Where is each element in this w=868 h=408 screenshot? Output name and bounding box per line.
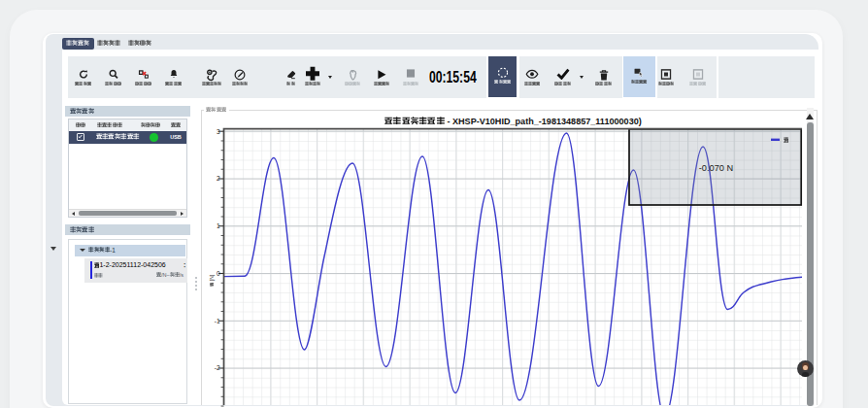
svg-text:3: 3: [217, 128, 220, 135]
svg-text:-0.070 N: -0.070 N: [699, 163, 733, 173]
svg-text:0: 0: [217, 270, 220, 277]
svg-text:-2: -2: [215, 364, 220, 371]
svg-text:2: 2: [217, 175, 220, 182]
svg-text:-1: -1: [215, 318, 220, 324]
svg-text:1: 1: [217, 222, 220, 229]
